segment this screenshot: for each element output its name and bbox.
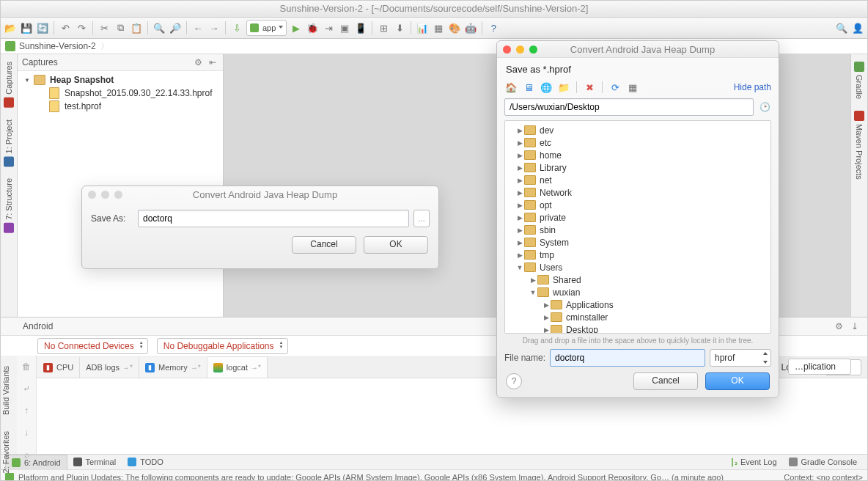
file-tree[interactable]: devetchomeLibrarynetNetworkoptprivatesbi…	[504, 120, 771, 334]
undo-icon[interactable]: ↶	[59, 21, 72, 34]
user-icon[interactable]: 👤	[851, 21, 864, 34]
debug-icon[interactable]: 🐞	[306, 21, 319, 34]
attach-icon[interactable]: ⇥	[322, 21, 335, 34]
paste-icon[interactable]: 📋	[130, 21, 143, 34]
open-icon[interactable]: 📂	[4, 21, 17, 34]
tab-favorites[interactable]: 2: Favorites	[1, 425, 11, 479]
disclosure-open-icon[interactable]	[23, 76, 31, 84]
chevron-right-icon[interactable]	[515, 127, 524, 134]
file-tree-row[interactable]: net	[505, 174, 770, 186]
file-tree-row[interactable]: Network	[505, 186, 770, 199]
btab-gradle-console[interactable]: Gradle Console	[783, 455, 863, 469]
tab-maven[interactable]: Maven Projects	[853, 105, 865, 186]
btab-eventlog[interactable]: ┃₃Event Log	[724, 455, 783, 469]
replace-icon[interactable]: 🔎	[169, 21, 182, 34]
new-folder-icon[interactable]: 📁	[557, 81, 570, 94]
chevron-right-icon[interactable]	[515, 139, 524, 147]
tab-project[interactable]: 1: Project	[3, 114, 15, 172]
copy-icon[interactable]: ⧉	[114, 21, 127, 34]
cut-icon[interactable]: ✂	[98, 21, 111, 34]
chevron-right-icon[interactable]	[542, 301, 551, 309]
help-button[interactable]: ?	[506, 373, 522, 389]
chevron-right-icon[interactable]	[515, 227, 524, 234]
tab-logcat[interactable]: logcat→*	[207, 356, 268, 378]
clear-icon[interactable]: 🗑	[22, 361, 31, 372]
sync-icon[interactable]: 🔄	[36, 21, 49, 34]
file-tree-row[interactable]: Library	[505, 161, 770, 174]
file-tree-row[interactable]: Desktop	[505, 323, 770, 334]
tab-captures[interactable]: Captures	[3, 56, 15, 114]
find-icon[interactable]: 🔍	[152, 21, 166, 34]
make-icon[interactable]: ⇩	[230, 21, 243, 34]
desktop-icon[interactable]: 🖥	[522, 81, 535, 94]
extension-select[interactable]: hprof	[710, 349, 771, 367]
file-tree-row[interactable]: tmp	[505, 249, 770, 261]
profile-icon[interactable]: ▣	[338, 21, 351, 34]
chevron-right-icon[interactable]	[542, 314, 551, 321]
devices-combo[interactable]: No Connected Devices▲▼	[37, 338, 148, 354]
ok-button[interactable]: OK	[364, 236, 428, 254]
minimize-icon[interactable]: ⤓	[848, 320, 861, 333]
chevron-right-icon[interactable]	[515, 164, 524, 172]
tab-structure[interactable]: 7: Structure	[3, 172, 15, 239]
monitor-icon[interactable]: 📊	[416, 21, 429, 34]
close-icon[interactable]	[88, 191, 96, 199]
device-icon[interactable]: 📱	[354, 21, 367, 34]
tab-build-variants[interactable]: Build Variants	[1, 360, 11, 421]
chevron-right-icon[interactable]	[542, 326, 551, 334]
theme-icon[interactable]: 🎨	[448, 21, 461, 34]
ok-button[interactable]: OK	[705, 372, 770, 390]
save-as-input[interactable]	[138, 210, 409, 227]
hide-icon[interactable]: ⇤	[207, 56, 218, 68]
tab-cpu[interactable]: ▮CPU	[37, 357, 80, 378]
layout-icon[interactable]: ▦	[432, 21, 445, 34]
file-tree-row[interactable]: opt	[505, 199, 770, 211]
gear-icon[interactable]: ⚙	[832, 320, 845, 333]
sdk-icon[interactable]: ⬇	[393, 21, 406, 34]
file-tree-row[interactable]: System	[505, 236, 770, 249]
tree-root[interactable]: Heap Snapshot	[18, 73, 223, 87]
chevron-right-icon[interactable]	[515, 152, 524, 159]
btab-terminal[interactable]: Terminal	[67, 455, 122, 469]
gear-icon[interactable]: ⚙	[192, 56, 204, 68]
redo-icon[interactable]: ↷	[75, 21, 88, 34]
cancel-button[interactable]: Cancel	[633, 372, 698, 390]
home-icon[interactable]: 🏠	[504, 81, 518, 94]
file-tree-row[interactable]: private	[505, 211, 770, 224]
tree-item[interactable]: Snapshot_2015.09.30_22.14.33.hprof	[18, 87, 223, 100]
delete-icon[interactable]: ✖	[583, 81, 596, 94]
hide-path-link[interactable]: Hide path	[734, 82, 771, 92]
chevron-down-icon[interactable]	[529, 289, 537, 296]
chevron-right-icon[interactable]	[529, 276, 537, 284]
filter-combo[interactable]: …plication	[788, 359, 851, 375]
chevron-right-icon[interactable]	[515, 202, 524, 209]
tab-adb-logs[interactable]: ADB logs→*	[80, 357, 139, 378]
back-icon[interactable]: ←	[191, 21, 205, 34]
run-icon[interactable]: ▶	[290, 21, 303, 34]
tree-item[interactable]: test.hprof	[18, 100, 223, 113]
show-hidden-icon[interactable]: ▦	[626, 81, 639, 94]
history-icon[interactable]: 🕑	[758, 100, 771, 114]
file-tree-row[interactable]: etc	[505, 136, 770, 149]
help-icon[interactable]: ?	[487, 21, 500, 34]
breadcrumb-project[interactable]: Sunshine-Version-2	[19, 41, 96, 51]
file-tree-row[interactable]: Applications	[505, 298, 770, 311]
file-tree-row[interactable]: sbin	[505, 224, 770, 236]
chevron-right-icon[interactable]	[515, 251, 524, 259]
filename-input[interactable]	[550, 349, 705, 367]
chevron-right-icon[interactable]	[515, 189, 524, 197]
file-tree-row[interactable]: Users	[505, 261, 770, 273]
close-icon[interactable]	[503, 45, 511, 54]
avd-icon[interactable]: ⊞	[377, 21, 390, 34]
wrap-icon[interactable]: ⤶	[23, 383, 30, 394]
filter-icon[interactable]: ⌕	[24, 449, 29, 460]
save-icon[interactable]: 💾	[20, 21, 33, 34]
file-tree-row[interactable]: Shared	[505, 273, 770, 286]
refresh-icon[interactable]: ⟳	[608, 81, 622, 94]
file-tree-row[interactable]: home	[505, 149, 770, 161]
run-config-selector[interactable]: app	[246, 20, 287, 36]
search-everywhere-icon[interactable]: 🔍	[835, 21, 848, 34]
btab-android[interactable]: 6: Android	[5, 455, 67, 470]
btab-todo[interactable]: TODO	[122, 455, 169, 469]
project-icon[interactable]: 🌐	[540, 81, 553, 94]
